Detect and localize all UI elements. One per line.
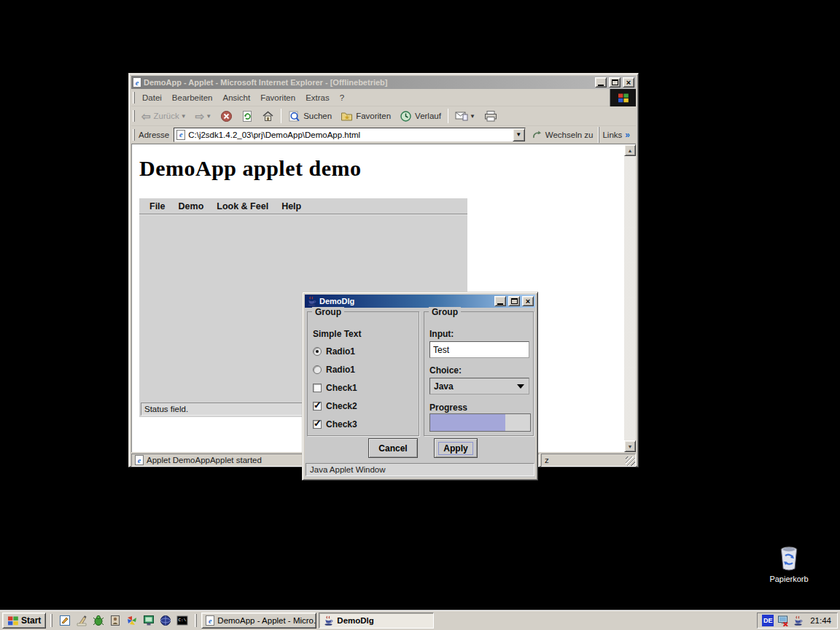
addressbar-grip[interactable] (133, 129, 135, 141)
command-prompt-icon[interactable]: C:\ (176, 614, 189, 627)
links-section[interactable]: Links » (599, 127, 634, 143)
toolbar-separator (281, 109, 281, 123)
check-row-3[interactable]: Check3 (313, 419, 357, 430)
scroll-up-button[interactable]: ▲ (624, 144, 636, 156)
applet-menu-help[interactable]: Help (275, 201, 308, 211)
menubar-grip[interactable] (133, 92, 135, 104)
menu-favoriten[interactable]: Favoriten (255, 92, 300, 104)
svg-text:★: ★ (344, 114, 350, 121)
demodlg-titlebar[interactable]: DemoDlg × (305, 295, 535, 308)
portrait-icon[interactable] (109, 614, 122, 627)
address-url[interactable]: C:\j2sdk1.4.2_03\prj\DemoApp\DemoApp.htm… (188, 131, 510, 139)
input-label-row: Input: (429, 328, 454, 340)
history-label: Verlauf (415, 112, 441, 120)
menu-hilfe[interactable]: ? (335, 92, 349, 104)
language-indicator[interactable]: DE (762, 615, 774, 626)
start-button[interactable]: Start (2, 612, 46, 629)
go-button[interactable]: Wechseln zu (526, 127, 599, 143)
toolbar-grip[interactable] (133, 110, 135, 122)
choice-combobox[interactable]: Java (429, 378, 529, 394)
pinwheel-icon[interactable] (125, 614, 139, 627)
input-label: Input: (429, 329, 454, 339)
links-label: Links (602, 131, 622, 139)
menu-extras[interactable]: Extras (300, 92, 335, 104)
signing-hand-icon[interactable] (75, 614, 88, 627)
address-field[interactable]: e C:\j2sdk1.4.2_03\prj\DemoApp\DemoApp.h… (174, 128, 526, 142)
resize-grip[interactable] (626, 456, 635, 466)
menu-ansicht[interactable]: Ansicht (217, 92, 255, 104)
scroll-down-button[interactable]: ▼ (624, 440, 636, 452)
check3-label: Check3 (326, 419, 357, 429)
forward-button[interactable]: ⇨ ▼ (191, 107, 217, 125)
clock[interactable]: 21:44 (807, 616, 831, 625)
demodlg-minimize-button[interactable] (494, 296, 506, 306)
apply-button-label: Apply (438, 442, 472, 455)
applet-menu-lookfeel[interactable]: Look & Feel (210, 201, 275, 211)
print-button[interactable] (480, 107, 502, 125)
task-demodlg-label: DemoDlg (337, 616, 373, 625)
check-row-1[interactable]: Check1 (313, 382, 357, 394)
simple-text-label-row: Simple Text (313, 328, 361, 340)
taskbar-grip[interactable] (195, 614, 197, 627)
back-label: Zurück (154, 112, 179, 120)
taskbar-task-demoapp[interactable]: e DemoApp - Applet - Micro... (201, 612, 316, 629)
refresh-button[interactable] (237, 107, 257, 125)
links-chevron-icon: » (625, 130, 630, 140)
simple-text-label: Simple Text (313, 329, 361, 339)
applet-menu-file[interactable]: File (143, 201, 172, 211)
apply-button[interactable]: Apply (434, 438, 478, 458)
ie-close-button[interactable]: × (623, 77, 634, 88)
address-dropdown-button[interactable]: ▼ (513, 128, 525, 141)
input-field[interactable] (429, 341, 529, 358)
compose-icon[interactable] (58, 614, 71, 627)
recycle-bin-icon[interactable] (777, 545, 801, 572)
group-box-right: Group Input: Choice: Java Progress (424, 311, 534, 436)
monitor-icon[interactable] (142, 614, 155, 627)
demodlg-close-button[interactable]: × (522, 296, 534, 306)
group-left-legend: Group (312, 307, 344, 317)
radio-row-2[interactable]: Radio1 (313, 364, 355, 376)
home-button[interactable] (257, 107, 279, 125)
mail-button[interactable]: ▼ (451, 107, 480, 125)
menu-datei[interactable]: Datei (137, 92, 167, 104)
stop-icon (220, 110, 233, 122)
radio-row-1[interactable]: Radio1 (313, 346, 355, 357)
cancel-button[interactable]: Cancel (368, 438, 418, 458)
java-tray-icon[interactable] (793, 615, 804, 626)
bug-icon[interactable] (92, 614, 105, 627)
windows-flag-icon (618, 92, 629, 104)
progress-label: Progress (429, 402, 467, 413)
check1-checkbox[interactable] (313, 384, 322, 392)
demodlg-maximize-button[interactable] (508, 296, 520, 306)
favorites-button[interactable]: ★ Favoriten (336, 107, 395, 125)
search-button[interactable]: Suchen (284, 107, 336, 125)
taskbar-grip[interactable] (50, 614, 52, 627)
taskbar-task-demodlg[interactable]: DemoDlg (319, 612, 434, 629)
globe-icon[interactable] (159, 614, 172, 627)
toolbar-separator (448, 109, 448, 123)
applet-menu-demo[interactable]: Demo (172, 201, 211, 211)
combo-arrow-button[interactable] (513, 384, 529, 389)
stop-button[interactable] (216, 107, 237, 125)
back-button[interactable]: ⇦ Zurück ▼ (137, 107, 191, 125)
offline-network-icon[interactable] (777, 615, 789, 626)
recycle-bin[interactable]: Papierkorb (764, 545, 814, 583)
check-row-2[interactable]: Check2 (313, 400, 357, 412)
demodlg-window: DemoDlg × Group Simple Text Radio1 Radio… (302, 292, 538, 481)
system-tray: DE 21:44 (757, 612, 838, 629)
ie-minimize-button[interactable] (595, 77, 607, 88)
recycle-bin-label[interactable]: Papierkorb (764, 575, 814, 583)
progress-label-row: Progress (429, 402, 467, 413)
history-button[interactable]: Verlauf (395, 107, 446, 125)
menu-bearbeiten[interactable]: Bearbeiten (167, 92, 218, 104)
search-icon (288, 110, 300, 122)
vertical-scrollbar[interactable]: ▲ ▼ (624, 144, 636, 452)
history-icon (400, 110, 412, 122)
check2-checkbox[interactable] (313, 402, 322, 411)
radio1-selected[interactable] (313, 347, 322, 356)
ie-maximize-button[interactable] (609, 77, 621, 88)
radio2-unselected[interactable] (313, 365, 322, 374)
ie-titlebar[interactable]: e DemoApp - Applet - Microsoft Internet … (131, 76, 636, 89)
ie-addressbar: Adresse e C:\j2sdk1.4.2_03\prj\DemoApp\D… (131, 126, 636, 144)
check3-checkbox[interactable] (313, 420, 322, 429)
